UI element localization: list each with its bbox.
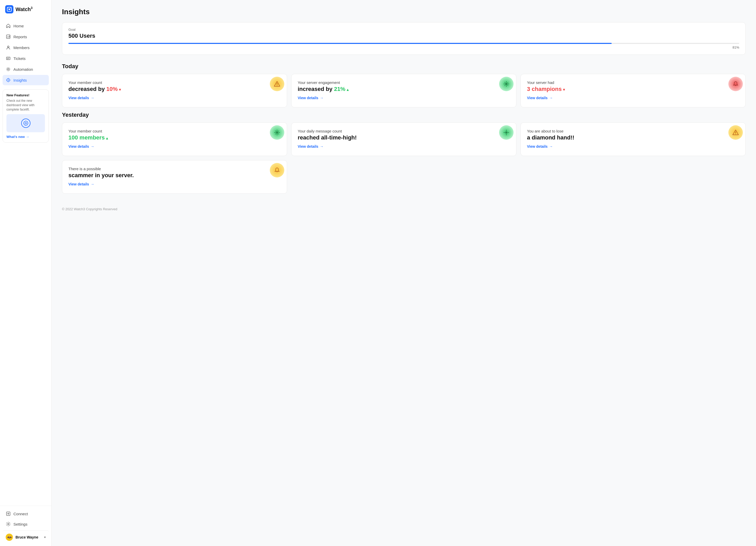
arrow-right-icon: → <box>549 144 553 148</box>
warning-icon-blob2 <box>728 125 743 140</box>
today-card3-subtitle: Your server had <box>527 80 739 85</box>
new-features-card: New Features! Check out the new dashboar… <box>3 89 49 142</box>
new-features-title: New Features! <box>6 93 45 97</box>
sparkle-icon-blob3 <box>499 125 514 140</box>
scammer-card-view-details[interactable]: View details → <box>68 182 94 186</box>
arrow-right-icon: → <box>91 96 94 100</box>
today-card3-view-details-label: View details <box>527 96 548 100</box>
yesterday-card1-main: 100 members▲ <box>68 134 281 141</box>
today-card1-view-details[interactable]: View details → <box>68 96 94 100</box>
yesterday-card3-view-details[interactable]: View details → <box>527 144 553 148</box>
yesterday-card1-highlight: 100 members <box>68 134 105 141</box>
svg-point-37 <box>505 83 507 85</box>
sidebar-item-settings[interactable]: Settings <box>3 519 49 529</box>
svg-point-61 <box>735 134 736 134</box>
svg-point-46 <box>276 131 278 133</box>
today-card3-view-details[interactable]: View details → <box>527 96 553 100</box>
logo-text: Watch3 <box>15 6 33 12</box>
sidebar-item-home[interactable]: Home <box>3 21 49 31</box>
svg-point-16 <box>8 80 9 81</box>
yesterday-card3-pre: a diamond hand!! <box>527 134 574 141</box>
logo: Watch3 <box>0 5 51 21</box>
main-content: Insights Goal 500 Users 81% Today Your m… <box>52 0 756 546</box>
user-profile[interactable]: 🦇 Bruce Wayne ▾ <box>3 530 49 543</box>
sparkle-icon-blob <box>499 77 514 91</box>
whats-new-link[interactable]: What's new → <box>6 135 45 139</box>
members-icon <box>6 45 11 50</box>
sidebar-item-automation[interactable]: Automation <box>3 64 49 74</box>
settings-label: Settings <box>13 522 27 526</box>
svg-point-13 <box>7 68 9 70</box>
arrow-right-icon: → <box>320 96 324 100</box>
yesterday-card2-view-details[interactable]: View details → <box>298 144 324 148</box>
svg-line-45 <box>505 85 505 86</box>
svg-line-54 <box>275 133 276 134</box>
svg-line-44 <box>507 82 508 83</box>
settings-icon <box>6 521 11 527</box>
whats-new-label: What's new <box>6 135 25 139</box>
progress-bar-container <box>68 43 739 44</box>
sidebar-item-reports-label: Reports <box>13 35 27 39</box>
warning-icon-blob <box>270 77 284 91</box>
svg-point-1 <box>9 9 10 10</box>
today-card2-view-details-label: View details <box>298 96 318 100</box>
yesterday-card-message-count: Your daily message count reached all-tim… <box>291 122 516 156</box>
scammer-subtitle-text: There is a possible <box>68 166 101 171</box>
yesterday-card3-subtitle: You are about to lose <box>527 129 739 133</box>
svg-line-28 <box>27 125 28 125</box>
nav-menu: Home Reports Members <box>0 21 51 85</box>
sidebar: Watch3 Home Reports <box>0 0 52 546</box>
svg-line-51 <box>275 131 276 131</box>
sidebar-item-insights[interactable]: Insights <box>3 75 49 85</box>
yesterday-section-title: Yesterday <box>62 112 746 118</box>
today-card-member-count: Your member count decreased by 10%▼ View… <box>62 74 287 107</box>
dashboard-preview-icon <box>21 118 30 128</box>
sidebar-item-home-label: Home <box>13 24 24 28</box>
yesterday-card3-view-details-label: View details <box>527 144 548 148</box>
yesterday-card2-subtitle: Your daily message count <box>298 129 510 133</box>
user-avatar: 🦇 <box>6 534 13 541</box>
today-card1-pre: decreased by <box>68 86 106 92</box>
yesterday-card2-main: reached all-time-high! <box>298 134 510 141</box>
today-card2-highlight: 21% <box>334 86 345 92</box>
sidebar-item-members[interactable]: Members <box>3 42 49 53</box>
svg-line-53 <box>278 131 279 131</box>
sidebar-item-connect[interactable]: Connect <box>3 509 49 519</box>
user-name: Bruce Wayne <box>15 535 42 539</box>
goal-value: 500 Users <box>68 33 739 39</box>
yesterday-card-member-count: Your member count 100 members▲ View deta… <box>62 122 287 156</box>
arrow-right-icon: → <box>91 144 94 148</box>
yesterday-card1-view-details[interactable]: View details → <box>68 144 94 148</box>
progress-percent: 81% <box>68 45 739 49</box>
sidebar-item-tickets[interactable]: Tickets <box>3 53 49 63</box>
svg-line-42 <box>505 82 505 83</box>
chevron-down-icon: ▾ <box>44 535 46 539</box>
today-section-title: Today <box>62 63 746 70</box>
sidebar-item-reports[interactable]: Reports <box>3 31 49 42</box>
svg-point-55 <box>505 131 507 133</box>
svg-line-43 <box>507 85 508 86</box>
page-title: Insights <box>62 8 746 16</box>
svg-rect-10 <box>6 57 10 60</box>
today-card2-view-details[interactable]: View details → <box>298 96 324 100</box>
footer: © 2022 Watch3 Copyrights Reserved <box>62 202 746 211</box>
yesterday-card-diamond-hand: You are about to lose a diamond hand!! V… <box>521 122 746 156</box>
sidebar-item-members-label: Members <box>13 45 30 50</box>
scammer-card-main: scammer in your server. <box>68 172 281 179</box>
scammer-view-details-label: View details <box>68 182 89 186</box>
svg-line-52 <box>278 133 279 134</box>
today-card-champions: Your server had 3 champions▼ View detail… <box>521 74 746 107</box>
goal-card: Goal 500 Users 81% <box>62 22 746 55</box>
yesterday-card2-view-details-label: View details <box>298 144 318 148</box>
bell-icon-blob <box>728 77 743 91</box>
new-features-description: Check out the new dashboard view with co… <box>6 99 45 112</box>
home-icon <box>6 23 11 28</box>
connect-label: Connect <box>13 512 28 516</box>
trend-arrow-up-icon2: ▲ <box>105 136 109 140</box>
bell-scammer-icon-blob <box>270 163 284 177</box>
sidebar-item-tickets-label: Tickets <box>13 56 26 61</box>
today-card-engagement: Your server engagement increased by 21%▲… <box>291 74 516 107</box>
sparkle-icon-blob2 <box>270 125 284 140</box>
arrow-right-icon: → <box>320 144 324 148</box>
today-cards-grid: Your member count decreased by 10%▼ View… <box>62 74 746 107</box>
